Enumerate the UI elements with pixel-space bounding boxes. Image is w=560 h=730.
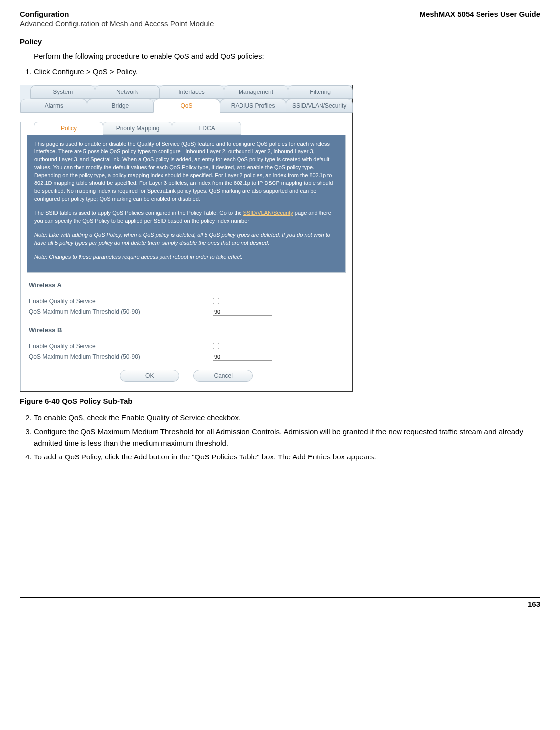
step3-bold: QoS Maximum Medium Threshold xyxy=(80,427,193,436)
info-note2: Note: Changes to these parameters requir… xyxy=(34,253,338,261)
policy-heading: Policy xyxy=(20,37,540,46)
step1-prefix: Click xyxy=(34,67,52,76)
subtab-edca[interactable]: EDCA xyxy=(172,122,241,135)
info-p2a: The SSID table is used to apply QoS Poli… xyxy=(34,210,243,216)
ok-button[interactable]: OK xyxy=(120,370,179,382)
figure-caption: Figure 6-40 QoS Policy Sub-Tab xyxy=(20,397,540,405)
wireless-a-threshold-label: QoS Maximum Medium Threshold (50-90) xyxy=(29,308,213,315)
wireless-a-enable-checkbox[interactable] xyxy=(213,298,219,304)
step1-bold: Configure > QoS > Policy xyxy=(52,67,136,76)
wireless-b-threshold-input[interactable] xyxy=(213,353,272,361)
wireless-b-threshold-row: QoS Maximum Medium Threshold (50-90) xyxy=(27,351,346,362)
header-sub: Advanced Configuration of Mesh and Acces… xyxy=(20,19,540,28)
subtab-policy[interactable]: Policy xyxy=(34,122,103,135)
main-tabs-row-1: System Network Interfaces Management Fil… xyxy=(20,85,352,99)
step2-b: checkbox. xyxy=(205,413,240,422)
cancel-button[interactable]: Cancel xyxy=(193,370,253,382)
page-number: 163 xyxy=(20,600,540,608)
tab-filtering[interactable]: Filtering xyxy=(288,85,353,99)
steps-list-bottom: To enable QoS, check the Enable Quality … xyxy=(34,412,540,463)
subtab-priority-mapping[interactable]: Priority Mapping xyxy=(103,122,172,135)
step3-italic: medium maximum threshold xyxy=(132,439,226,447)
header-right: MeshMAX 5054 Series User Guide xyxy=(419,10,540,18)
step4-a: To add a QoS Policy, click the xyxy=(34,453,134,461)
step2-a: To enable QoS, check the xyxy=(34,413,121,422)
tab-qos[interactable]: QoS xyxy=(153,99,220,113)
step3-a: Configure the xyxy=(34,427,80,436)
info-panel: This page is used to enable or disable t… xyxy=(27,135,346,273)
step4-b: button in the "QoS Policies Table" box. … xyxy=(147,453,376,461)
step-3: Configure the QoS Maximum Medium Thresho… xyxy=(34,426,540,449)
header-left: Configuration xyxy=(20,10,69,18)
qos-policy-screenshot: System Network Interfaces Management Fil… xyxy=(20,85,353,392)
step-1: Click Configure > QoS > Policy. xyxy=(34,66,540,78)
wireless-a-threshold-input[interactable] xyxy=(213,308,272,316)
wireless-b-threshold-label: QoS Maximum Medium Threshold (50-90) xyxy=(29,353,213,360)
step2-bold: Enable Quality of Service xyxy=(121,413,205,422)
sub-tabs: Policy Priority Mapping EDCA xyxy=(34,122,346,135)
info-p2: The SSID table is used to apply QoS Poli… xyxy=(34,209,338,225)
panel-inner: Policy Priority Mapping EDCA This page i… xyxy=(20,122,352,391)
step1-suffix: . xyxy=(136,67,138,76)
tab-management[interactable]: Management xyxy=(224,85,289,99)
tab-ssid-vlan-security[interactable]: SSID/VLAN/Security xyxy=(286,99,353,113)
wireless-b-enable-checkbox[interactable] xyxy=(213,343,219,349)
step4-bold: Add xyxy=(134,453,147,461)
intro-text: Perform the following procedure to enabl… xyxy=(34,51,540,61)
tab-bridge[interactable]: Bridge xyxy=(87,99,154,113)
tab-system[interactable]: System xyxy=(30,85,95,99)
tab-radius-profiles[interactable]: RADIUS Profiles xyxy=(220,99,287,113)
info-p1: This page is used to enable or disable t… xyxy=(34,140,338,204)
ssid-vlan-security-link[interactable]: SSID/VLAN/Security xyxy=(243,210,293,216)
steps-list-top: Click Configure > QoS > Policy. xyxy=(34,66,540,78)
tab-alarms[interactable]: Alarms xyxy=(20,99,87,113)
step-4: To add a QoS Policy, click the Add butto… xyxy=(34,452,540,463)
wireless-a-enable-row: Enable Quality of Service xyxy=(27,296,346,306)
wireless-a-enable-label: Enable Quality of Service xyxy=(29,298,213,305)
wireless-b-enable-label: Enable Quality of Service xyxy=(29,343,213,350)
step-2: To enable QoS, check the Enable Quality … xyxy=(34,412,540,424)
step3-c: . xyxy=(226,439,228,447)
info-note1: Note: Like with adding a QoS Policy, whe… xyxy=(34,231,338,247)
tab-network[interactable]: Network xyxy=(95,85,160,99)
button-row: OK Cancel xyxy=(27,362,346,384)
wireless-a-threshold-row: QoS Maximum Medium Threshold (50-90) xyxy=(27,306,346,317)
footer-divider xyxy=(20,597,540,598)
main-tabs-row-2: Alarms Bridge QoS RADIUS Profiles SSID/V… xyxy=(20,99,352,113)
wireless-a-title: Wireless A xyxy=(29,281,346,291)
page-header: Configuration MeshMAX 5054 Series User G… xyxy=(20,10,540,18)
header-divider xyxy=(20,30,540,30)
wireless-b-enable-row: Enable Quality of Service xyxy=(27,341,346,351)
wireless-b-title: Wireless B xyxy=(29,326,346,336)
tab-interfaces[interactable]: Interfaces xyxy=(159,85,224,99)
